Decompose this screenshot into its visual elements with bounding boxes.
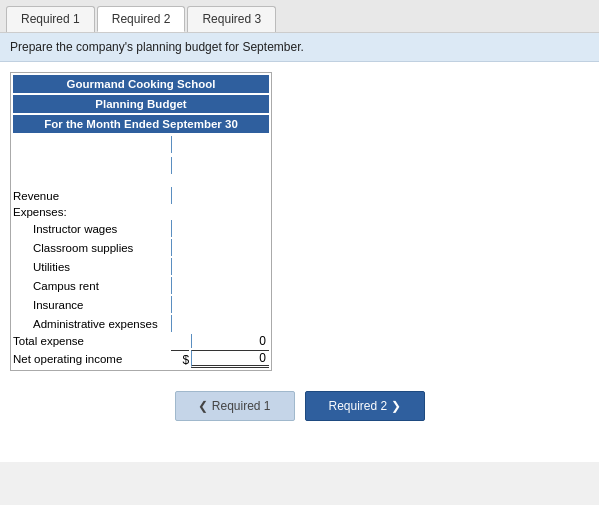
net-income-row: Net operating income $ 0 bbox=[13, 350, 269, 368]
net-income-value: 0 bbox=[191, 350, 269, 368]
net-income-dollar: $ bbox=[171, 350, 189, 368]
budget-outer-table: Gourmand Cooking School Planning Budget … bbox=[10, 72, 272, 371]
insurance-row: Insurance bbox=[13, 296, 269, 313]
campus-rent-input[interactable] bbox=[171, 277, 267, 294]
tab-required-3[interactable]: Required 3 bbox=[187, 6, 276, 32]
utilities-input[interactable] bbox=[171, 258, 267, 275]
campus-rent-label: Campus rent bbox=[13, 277, 169, 294]
utilities-label: Utilities bbox=[13, 258, 169, 275]
next-button[interactable]: Required 2 ❯ bbox=[305, 391, 425, 421]
total-expense-value: 0 bbox=[191, 334, 269, 348]
revenue-row: Revenue bbox=[13, 187, 269, 204]
admin-expenses-input[interactable] bbox=[171, 315, 267, 332]
insurance-input[interactable] bbox=[171, 296, 267, 313]
budget-title-1: Gourmand Cooking School bbox=[13, 75, 269, 93]
total-expense-dollar-cell bbox=[171, 334, 189, 348]
tab-required-1[interactable]: Required 1 bbox=[6, 6, 95, 32]
total-expense-label: Total expense bbox=[13, 334, 169, 348]
budget-title-2: Planning Budget bbox=[13, 95, 269, 113]
utilities-row: Utilities bbox=[13, 258, 269, 275]
instruction-bar: Prepare the company's planning budget fo… bbox=[0, 33, 599, 62]
admin-expenses-label: Administrative expenses bbox=[13, 315, 169, 332]
campus-rent-row: Campus rent bbox=[13, 277, 269, 294]
header-input-1[interactable] bbox=[171, 136, 267, 153]
instruction-text: Prepare the company's planning budget fo… bbox=[10, 40, 304, 54]
header-input-2[interactable] bbox=[171, 157, 267, 174]
expenses-label: Expenses: bbox=[13, 206, 169, 218]
instructor-wages-label: Instructor wages bbox=[13, 220, 169, 237]
nav-buttons: ❮ Required 1 Required 2 ❯ bbox=[10, 391, 589, 441]
instructor-wages-input[interactable] bbox=[171, 220, 267, 237]
classroom-supplies-label: Classroom supplies bbox=[13, 239, 169, 256]
expenses-label-row: Expenses: bbox=[13, 206, 269, 218]
budget-title-3: For the Month Ended September 30 bbox=[13, 115, 269, 133]
classroom-supplies-input[interactable] bbox=[171, 239, 267, 256]
main-container: Required 1 Required 2 Required 3 Prepare… bbox=[0, 0, 599, 505]
header-input-row-1 bbox=[13, 135, 269, 154]
revenue-input[interactable] bbox=[171, 187, 267, 204]
classroom-supplies-row: Classroom supplies bbox=[13, 239, 269, 256]
total-expense-row: Total expense 0 bbox=[13, 334, 269, 348]
content-area: Gourmand Cooking School Planning Budget … bbox=[0, 62, 599, 462]
net-income-label: Net operating income bbox=[13, 350, 169, 368]
revenue-label: Revenue bbox=[13, 187, 169, 204]
insurance-label: Insurance bbox=[13, 296, 169, 313]
prev-button[interactable]: ❮ Required 1 bbox=[175, 391, 295, 421]
header-input-row-2 bbox=[13, 156, 269, 175]
tab-required-2[interactable]: Required 2 bbox=[97, 6, 186, 32]
instructor-wages-row: Instructor wages bbox=[13, 220, 269, 237]
admin-expenses-row: Administrative expenses bbox=[13, 315, 269, 332]
tab-bar: Required 1 Required 2 Required 3 bbox=[0, 0, 599, 33]
